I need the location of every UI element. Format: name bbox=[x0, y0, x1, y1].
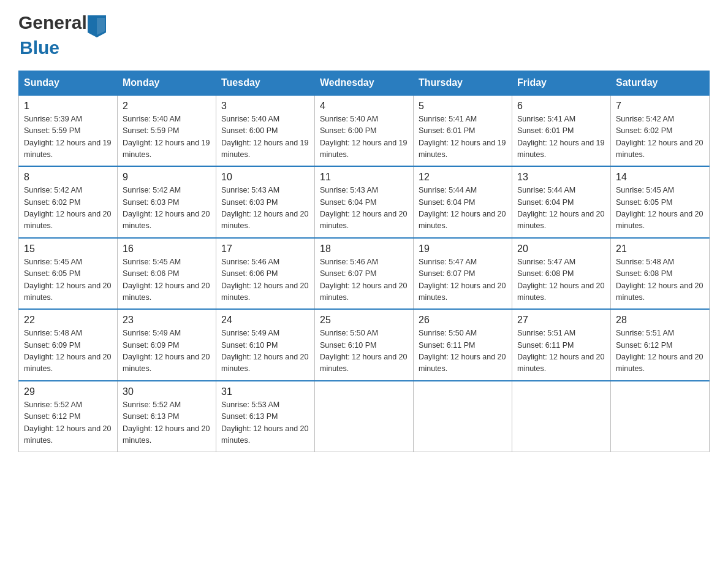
calendar-day-cell: 12Sunrise: 5:44 AMSunset: 6:04 PMDayligh… bbox=[414, 166, 512, 238]
day-number: 24 bbox=[221, 315, 309, 326]
logo-blue: Blue bbox=[20, 37, 59, 58]
calendar-week-row: 1Sunrise: 5:39 AMSunset: 5:59 PMDaylight… bbox=[19, 95, 710, 167]
column-header-sunday: Sunday bbox=[19, 71, 118, 95]
day-info: Sunrise: 5:50 AMSunset: 6:10 PMDaylight:… bbox=[320, 329, 407, 373]
column-header-friday: Friday bbox=[512, 71, 611, 95]
column-header-thursday: Thursday bbox=[414, 71, 512, 95]
calendar-day-cell: 22Sunrise: 5:48 AMSunset: 6:09 PMDayligh… bbox=[19, 309, 118, 381]
day-info: Sunrise: 5:51 AMSunset: 6:12 PMDaylight:… bbox=[616, 329, 703, 373]
page-header: General Blue bbox=[18, 12, 710, 58]
day-number: 25 bbox=[320, 315, 408, 326]
day-info: Sunrise: 5:39 AMSunset: 5:59 PMDaylight:… bbox=[24, 115, 111, 159]
calendar-day-cell: 10Sunrise: 5:43 AMSunset: 6:03 PMDayligh… bbox=[216, 166, 315, 238]
calendar-day-cell bbox=[611, 381, 710, 452]
day-info: Sunrise: 5:43 AMSunset: 6:03 PMDaylight:… bbox=[221, 186, 308, 230]
day-number: 21 bbox=[616, 243, 704, 255]
day-number: 9 bbox=[123, 172, 211, 183]
calendar-week-row: 15Sunrise: 5:45 AMSunset: 6:05 PMDayligh… bbox=[19, 238, 710, 310]
day-number: 2 bbox=[123, 101, 211, 112]
day-info: Sunrise: 5:45 AMSunset: 6:05 PMDaylight:… bbox=[24, 258, 111, 302]
day-number: 8 bbox=[24, 172, 112, 183]
day-number: 23 bbox=[123, 315, 211, 326]
calendar-day-cell: 8Sunrise: 5:42 AMSunset: 6:02 PMDaylight… bbox=[19, 166, 118, 238]
day-number: 10 bbox=[221, 172, 309, 183]
calendar-day-cell: 3Sunrise: 5:40 AMSunset: 6:00 PMDaylight… bbox=[216, 95, 315, 167]
day-number: 20 bbox=[517, 243, 605, 255]
calendar-day-cell: 1Sunrise: 5:39 AMSunset: 5:59 PMDaylight… bbox=[19, 95, 118, 167]
day-number: 16 bbox=[123, 243, 211, 255]
day-info: Sunrise: 5:48 AMSunset: 6:08 PMDaylight:… bbox=[616, 258, 703, 302]
day-number: 1 bbox=[24, 101, 112, 112]
day-number: 14 bbox=[616, 172, 704, 183]
calendar-day-cell: 27Sunrise: 5:51 AMSunset: 6:11 PMDayligh… bbox=[512, 309, 611, 381]
calendar-day-cell: 2Sunrise: 5:40 AMSunset: 5:59 PMDaylight… bbox=[118, 95, 216, 167]
day-number: 31 bbox=[221, 386, 309, 397]
calendar-header-row: SundayMondayTuesdayWednesdayThursdayFrid… bbox=[19, 71, 710, 95]
day-number: 4 bbox=[320, 101, 408, 112]
calendar-day-cell: 30Sunrise: 5:52 AMSunset: 6:13 PMDayligh… bbox=[118, 381, 216, 452]
calendar-day-cell: 11Sunrise: 5:43 AMSunset: 6:04 PMDayligh… bbox=[315, 166, 414, 238]
day-number: 15 bbox=[24, 243, 112, 255]
day-info: Sunrise: 5:53 AMSunset: 6:13 PMDaylight:… bbox=[221, 400, 308, 445]
calendar-day-cell: 14Sunrise: 5:45 AMSunset: 6:05 PMDayligh… bbox=[611, 166, 710, 238]
calendar-day-cell: 17Sunrise: 5:46 AMSunset: 6:06 PMDayligh… bbox=[216, 238, 315, 310]
day-number: 17 bbox=[221, 243, 309, 255]
day-info: Sunrise: 5:44 AMSunset: 6:04 PMDaylight:… bbox=[517, 186, 604, 230]
day-number: 6 bbox=[517, 101, 605, 112]
day-number: 11 bbox=[320, 172, 408, 183]
calendar-day-cell: 5Sunrise: 5:41 AMSunset: 6:01 PMDaylight… bbox=[414, 95, 512, 167]
calendar-day-cell: 29Sunrise: 5:52 AMSunset: 6:12 PMDayligh… bbox=[19, 381, 118, 452]
day-info: Sunrise: 5:52 AMSunset: 6:12 PMDaylight:… bbox=[24, 400, 111, 445]
calendar-day-cell: 9Sunrise: 5:42 AMSunset: 6:03 PMDaylight… bbox=[118, 166, 216, 238]
day-number: 29 bbox=[24, 386, 112, 397]
day-info: Sunrise: 5:42 AMSunset: 6:02 PMDaylight:… bbox=[24, 186, 111, 230]
column-header-tuesday: Tuesday bbox=[216, 71, 315, 95]
day-info: Sunrise: 5:47 AMSunset: 6:07 PMDaylight:… bbox=[419, 258, 506, 302]
day-info: Sunrise: 5:46 AMSunset: 6:07 PMDaylight:… bbox=[320, 258, 407, 302]
calendar-day-cell: 13Sunrise: 5:44 AMSunset: 6:04 PMDayligh… bbox=[512, 166, 611, 238]
calendar-day-cell bbox=[512, 381, 611, 452]
calendar-week-row: 8Sunrise: 5:42 AMSunset: 6:02 PMDaylight… bbox=[19, 166, 710, 238]
day-info: Sunrise: 5:41 AMSunset: 6:01 PMDaylight:… bbox=[419, 115, 506, 159]
day-info: Sunrise: 5:52 AMSunset: 6:13 PMDaylight:… bbox=[123, 400, 210, 445]
day-number: 7 bbox=[616, 101, 704, 112]
day-number: 22 bbox=[24, 315, 112, 326]
day-number: 12 bbox=[419, 172, 507, 183]
calendar-day-cell bbox=[414, 381, 512, 452]
day-info: Sunrise: 5:45 AMSunset: 6:05 PMDaylight:… bbox=[616, 186, 703, 230]
calendar-day-cell: 18Sunrise: 5:46 AMSunset: 6:07 PMDayligh… bbox=[315, 238, 414, 310]
day-info: Sunrise: 5:47 AMSunset: 6:08 PMDaylight:… bbox=[517, 258, 604, 302]
day-number: 13 bbox=[517, 172, 605, 183]
calendar-day-cell: 4Sunrise: 5:40 AMSunset: 6:00 PMDaylight… bbox=[315, 95, 414, 167]
day-info: Sunrise: 5:40 AMSunset: 6:00 PMDaylight:… bbox=[221, 115, 308, 159]
day-number: 3 bbox=[221, 101, 309, 112]
calendar-day-cell bbox=[315, 381, 414, 452]
day-number: 28 bbox=[616, 315, 704, 326]
day-info: Sunrise: 5:42 AMSunset: 6:02 PMDaylight:… bbox=[616, 115, 703, 159]
column-header-monday: Monday bbox=[118, 71, 216, 95]
day-info: Sunrise: 5:45 AMSunset: 6:06 PMDaylight:… bbox=[123, 258, 210, 302]
logo-text: General Blue bbox=[18, 12, 107, 58]
day-info: Sunrise: 5:48 AMSunset: 6:09 PMDaylight:… bbox=[24, 329, 111, 373]
calendar-week-row: 29Sunrise: 5:52 AMSunset: 6:12 PMDayligh… bbox=[19, 381, 710, 452]
calendar-week-row: 22Sunrise: 5:48 AMSunset: 6:09 PMDayligh… bbox=[19, 309, 710, 381]
day-info: Sunrise: 5:43 AMSunset: 6:04 PMDaylight:… bbox=[320, 186, 407, 230]
day-info: Sunrise: 5:49 AMSunset: 6:09 PMDaylight:… bbox=[123, 329, 210, 373]
calendar-day-cell: 26Sunrise: 5:50 AMSunset: 6:11 PMDayligh… bbox=[414, 309, 512, 381]
column-header-wednesday: Wednesday bbox=[315, 71, 414, 95]
calendar-day-cell: 24Sunrise: 5:49 AMSunset: 6:10 PMDayligh… bbox=[216, 309, 315, 381]
day-number: 18 bbox=[320, 243, 408, 255]
logo-icon bbox=[88, 15, 106, 37]
calendar-day-cell: 25Sunrise: 5:50 AMSunset: 6:10 PMDayligh… bbox=[315, 309, 414, 381]
day-info: Sunrise: 5:41 AMSunset: 6:01 PMDaylight:… bbox=[517, 115, 604, 159]
day-info: Sunrise: 5:40 AMSunset: 5:59 PMDaylight:… bbox=[123, 115, 210, 159]
day-info: Sunrise: 5:50 AMSunset: 6:11 PMDaylight:… bbox=[419, 329, 506, 373]
day-number: 30 bbox=[123, 386, 211, 397]
day-number: 27 bbox=[517, 315, 605, 326]
logo: General Blue bbox=[18, 12, 107, 58]
day-info: Sunrise: 5:46 AMSunset: 6:06 PMDaylight:… bbox=[221, 258, 308, 302]
day-info: Sunrise: 5:51 AMSunset: 6:11 PMDaylight:… bbox=[517, 329, 604, 373]
day-info: Sunrise: 5:42 AMSunset: 6:03 PMDaylight:… bbox=[123, 186, 210, 230]
calendar-day-cell: 7Sunrise: 5:42 AMSunset: 6:02 PMDaylight… bbox=[611, 95, 710, 167]
day-info: Sunrise: 5:40 AMSunset: 6:00 PMDaylight:… bbox=[320, 115, 407, 159]
